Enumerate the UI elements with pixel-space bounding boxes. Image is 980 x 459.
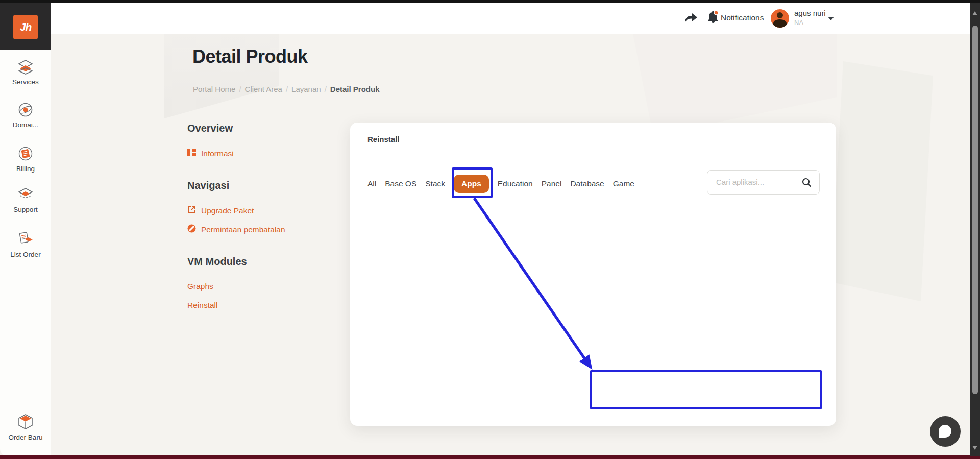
page-title: Detail Produk [192, 46, 308, 67]
search-box [707, 170, 820, 195]
order-baru-icon [0, 414, 51, 430]
reinstall-modal: Reinstall All Base OS Stack Apps Educati… [350, 123, 836, 426]
tab-stack[interactable]: Stack [425, 179, 445, 188]
user-name[interactable]: agus nuri [794, 9, 826, 17]
ban-icon [187, 224, 196, 235]
nav-link-graphs[interactable]: Graphs [187, 282, 213, 291]
modal-title: Reinstall [368, 135, 400, 143]
caret-down-icon[interactable] [828, 17, 834, 20]
domains-icon [0, 102, 51, 117]
sidebar-item-label: Billing [0, 164, 51, 175]
nav-link-label: Permintaan pembatalan [201, 225, 285, 234]
tab-base-os[interactable]: Base OS [385, 179, 416, 188]
share-icon[interactable] [684, 12, 698, 25]
support-icon [0, 187, 51, 202]
tab-apps[interactable]: Apps [454, 175, 489, 193]
background-shape [633, 34, 837, 136]
sidebar-item-label: Services [0, 77, 51, 88]
tab-game[interactable]: Game [613, 179, 634, 188]
bell-icon[interactable] [706, 10, 719, 25]
search-input[interactable] [716, 171, 798, 194]
breadcrumb-item[interactable]: Layanan [291, 85, 321, 93]
scroll-up-arrow[interactable] [972, 11, 977, 15]
avatar-photo [777, 12, 783, 18]
tab-panel[interactable]: Panel [542, 179, 562, 188]
sidebar-item-domains[interactable]: Domai... [0, 102, 51, 131]
breadcrumb-item[interactable]: Portal Home [193, 85, 235, 93]
bottom-bar [0, 455, 980, 459]
nav-link-label: Informasi [201, 149, 234, 158]
tab-education[interactable]: Education [498, 179, 533, 188]
list-order-icon [0, 231, 51, 247]
nav-link-informasi[interactable]: Informasi [187, 148, 234, 159]
chat-bubble-icon [939, 425, 951, 438]
breadcrumb-item[interactable]: Client Area [245, 85, 282, 93]
sidebar-item-order-baru[interactable]: Order Baru [0, 414, 51, 443]
user-org: NA [794, 19, 803, 27]
sidebar-item-label: Order Baru [0, 432, 51, 443]
sidebar-item-label: Domai... [0, 120, 51, 131]
nav-link-label: Reinstall [187, 301, 217, 310]
notifications-label[interactable]: Notifications [721, 13, 764, 22]
nav-link-label: Upgrade Paket [201, 206, 254, 215]
vertical-scrollbar[interactable] [970, 3, 980, 456]
search-icon[interactable] [802, 178, 812, 187]
external-link-icon [187, 205, 196, 216]
billing-icon [0, 146, 51, 161]
breadcrumb-current: Detail Produk [330, 85, 380, 93]
sidebar-header: Jh [0, 3, 51, 50]
category-tabs: All Base OS Stack Apps Education Panel D… [368, 174, 634, 194]
nav-link-permintaan-pembatalan[interactable]: Permintaan pembatalan [187, 224, 285, 235]
tab-database[interactable]: Database [570, 179, 604, 188]
app-logo[interactable]: Jh [13, 15, 38, 39]
columns-icon [187, 148, 196, 159]
chat-launcher[interactable] [930, 416, 961, 447]
sidebar-item-support[interactable]: Support [0, 187, 51, 215]
background-shape [831, 61, 933, 301]
nav-link-upgrade-paket[interactable]: Upgrade Paket [187, 205, 254, 216]
avatar[interactable] [771, 9, 789, 28]
sidebar-item-label: List Order [0, 250, 51, 260]
section-heading-navigasi: Navigasi [187, 180, 229, 191]
tab-all[interactable]: All [368, 179, 376, 188]
section-heading-overview: Overview [187, 123, 233, 134]
nav-link-label: Graphs [187, 282, 213, 291]
nav-link-reinstall[interactable]: Reinstall [187, 301, 217, 310]
scroll-down-arrow[interactable] [972, 446, 977, 450]
breadcrumb: Portal Home/Client Area/Layanan/Detail P… [193, 85, 380, 93]
sidebar-item-services[interactable]: Services [0, 59, 51, 88]
sidebar-item-list-order[interactable]: List Order [0, 231, 51, 260]
section-heading-vm-modules: VM Modules [187, 256, 247, 268]
sidebar-item-label: Support [0, 205, 51, 215]
top-border [0, 0, 980, 3]
scrollbar-thumb[interactable] [972, 26, 978, 394]
services-icon [0, 59, 51, 75]
sidebar-item-billing[interactable]: Billing [0, 146, 51, 175]
sidebar: Jh Services Domai... [0, 3, 51, 456]
topbar: Notifications agus nuri NA [51, 3, 970, 34]
